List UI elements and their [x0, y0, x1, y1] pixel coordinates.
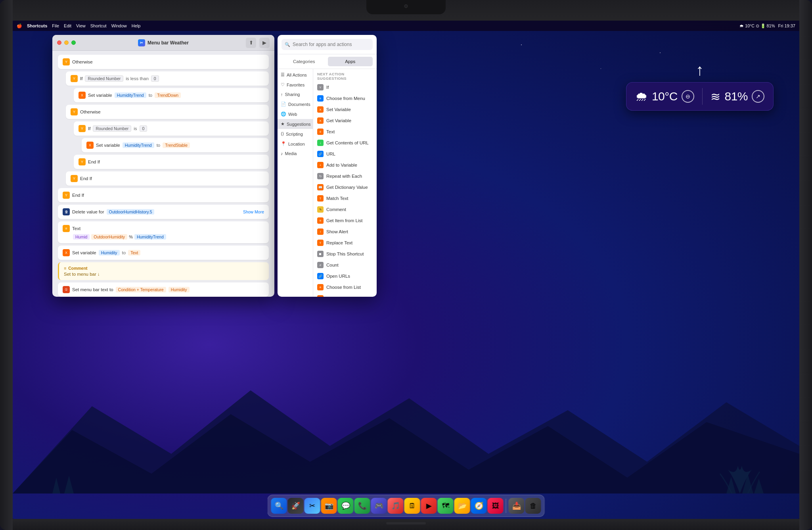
action-replace-text[interactable]: T Replace Text [313, 237, 377, 248]
share-button[interactable]: ⬆ [246, 38, 256, 48]
weather-cloud-icon: 🌧 [635, 89, 648, 104]
comment-title-label: Comment [68, 266, 87, 271]
action-if[interactable]: Y If [313, 82, 377, 93]
action-add-to-variable[interactable]: + Add to Variable [313, 159, 377, 171]
action-count-icon: # [317, 262, 324, 268]
close-button[interactable] [57, 40, 61, 45]
dock-safari[interactable]: 🧭 [471, 498, 487, 514]
cat-fav-icon: ♡ [281, 82, 285, 87]
action-url-label: URL [326, 152, 335, 156]
show-more-link[interactable]: Show More [243, 209, 264, 214]
dock-calendar[interactable]: 🗓 [404, 498, 420, 514]
cat-favorites[interactable]: ♡ Favorites [278, 80, 313, 90]
endif-label-3: End If [72, 193, 84, 198]
dock-whatsapp[interactable]: 📞 [354, 498, 370, 514]
dock-photos[interactable]: 🖼 [488, 498, 504, 514]
dock-discord[interactable]: 🎮 [371, 498, 387, 514]
apple-menu[interactable]: 🍎 [17, 23, 22, 29]
action-comment[interactable]: ✎ Comment [313, 204, 377, 215]
setmenu-icon: ① [63, 286, 70, 293]
variable-name-2: HumidityTrend [123, 142, 154, 148]
cat-location[interactable]: 📍 Location [278, 139, 313, 149]
search-icon: 🔍 [285, 42, 290, 47]
menu-help[interactable]: Help [132, 23, 141, 28]
minimize-button[interactable] [64, 40, 69, 45]
action-open-urls[interactable]: 🔗 Open URLs [313, 271, 377, 282]
dock-youtube[interactable]: ▶ [421, 498, 437, 514]
action-comment-label: Comment [326, 207, 346, 212]
shortcuts-body: Y Otherwise Y If Rounded Number is less … [52, 51, 274, 297]
bottom-bezel [0, 519, 812, 530]
action-if-icon: Y [317, 84, 324, 90]
if-icon: Y [71, 75, 78, 82]
cat-media[interactable]: ♪ Media [278, 149, 313, 158]
action-chooselist-icon: ≡ [317, 284, 324, 290]
dock-trash[interactable]: 🗑 [525, 498, 541, 514]
cat-documents[interactable]: 📄 Documents [278, 99, 313, 109]
action-choose-list[interactable]: ≡ Choose from List [313, 282, 377, 293]
cat-web[interactable]: 🌐 Web [278, 109, 313, 119]
temperature-value: 10°C [652, 90, 678, 103]
star [521, 44, 522, 45]
action-get-item-list[interactable]: ≡ Get Item from List [313, 215, 377, 226]
cat-sharing[interactable]: ↑ Sharing [278, 90, 313, 99]
action-get-dict-value[interactable]: 📖 Get Dictionary Value [313, 182, 377, 193]
dock-launchpad[interactable]: 🚀 [288, 498, 304, 514]
if-label-2: If [88, 126, 90, 131]
dock-camera[interactable]: 📷 [321, 498, 337, 514]
app-name-label[interactable]: Shortcuts [27, 23, 47, 28]
action-repeat-with-each[interactable]: ↻ Repeat with Each [313, 171, 377, 182]
action-show-alert[interactable]: ! Show Alert [313, 226, 377, 237]
dock-messages[interactable]: 💬 [338, 498, 354, 514]
action-stop-shortcut[interactable]: ⏹ Stop This Shortcut [313, 248, 377, 259]
dock-shortcuts[interactable]: ✂ [304, 498, 320, 514]
weather-menu-item: 🌧 10°C ⊙ 🔋 81% [739, 23, 775, 29]
action-count[interactable]: # Count [313, 259, 377, 271]
tag-humiditytrend: HumidityTrend [134, 234, 166, 240]
action-comment-icon: ✎ [317, 206, 324, 213]
shortcuts-app-icon: ✂ [138, 39, 145, 46]
cat-scripting[interactable]: ⟨⟩ Scripting [278, 129, 313, 139]
maximize-button[interactable] [71, 40, 76, 45]
comment-header: ≡ Comment [64, 266, 264, 271]
star [601, 68, 601, 69]
endif-block-1: Y End If [74, 155, 269, 169]
actions-list: Next Action Suggestions Y If ≡ Choose fr… [313, 69, 377, 297]
action-match-text[interactable]: T Match Text [313, 193, 377, 204]
search-wrapper: 🔍 [282, 39, 373, 50]
dock-maps[interactable]: 🗺 [438, 498, 454, 514]
action-split-icon: T [317, 295, 324, 297]
cat-all-actions[interactable]: ☰ All Actions [278, 70, 313, 80]
cat-all-icon: ☰ [281, 72, 285, 77]
dock-finder[interactable]: 🔍 [271, 498, 287, 514]
action-choose-menu[interactable]: ≡ Choose from Menu [313, 93, 377, 104]
menu-file[interactable]: File [52, 23, 59, 28]
menu-view[interactable]: View [76, 23, 86, 28]
variable-name-1: HumidityTrend [115, 92, 146, 98]
percent-separator: % [129, 234, 133, 239]
menu-window[interactable]: Window [111, 23, 127, 28]
control-icon: Y [63, 58, 70, 65]
dock-files[interactable]: 📂 [454, 498, 470, 514]
action-set-variable[interactable]: X Set Variable [313, 104, 377, 115]
tab-apps[interactable]: Apps [328, 57, 373, 66]
setvar-block-1: X Set variable HumidityTrend to TrendDow… [74, 88, 269, 102]
dock-music[interactable]: 🎵 [388, 498, 404, 514]
setvar-label-2: Set variable [96, 143, 120, 148]
window-toolbar: ⬆ ▶ [246, 38, 270, 48]
dock-downloads[interactable]: 📥 [509, 498, 525, 514]
tab-categories[interactable]: Categories [282, 57, 327, 66]
action-get-contents-url[interactable]: ↓ Get Contents of URL [313, 137, 377, 148]
action-text[interactable]: ≡ Text [313, 126, 377, 137]
menu-edit[interactable]: Edit [64, 23, 71, 28]
search-input[interactable] [282, 39, 373, 50]
action-url[interactable]: 🔗 URL [313, 148, 377, 159]
cat-suggestions[interactable]: ★ Suggestions [278, 119, 313, 129]
menu-shortcut[interactable]: Shortcut [90, 23, 107, 28]
endif-label-1: End If [88, 159, 100, 164]
action-split-text[interactable]: T Split Text [313, 293, 377, 297]
run-button[interactable]: ▶ [259, 38, 270, 48]
action-get-variable[interactable]: X Get Variable [313, 115, 377, 126]
left-bezel [0, 0, 13, 530]
laptop-frame: 🍎 Shortcuts File Edit View Shortcut Wind… [0, 0, 812, 530]
